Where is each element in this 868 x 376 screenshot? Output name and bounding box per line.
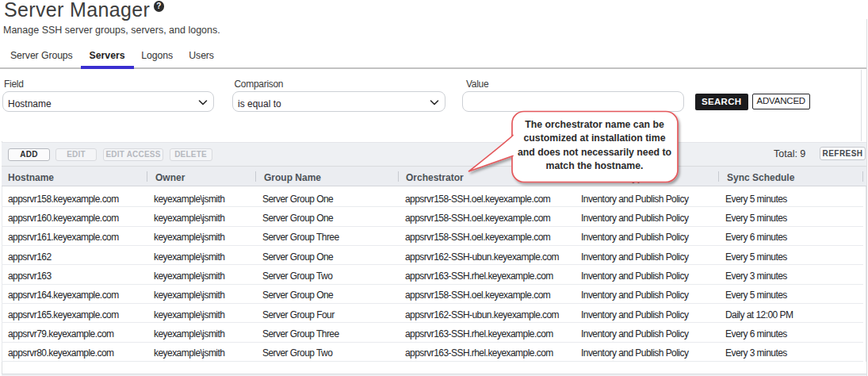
svg-text:and does not necessarily need: and does not necessarily need to — [518, 147, 672, 158]
svg-text:match the hostname.: match the hostname. — [546, 160, 644, 171]
svg-text:customized at installation tim: customized at installation time — [523, 132, 665, 144]
svg-text:The orchestrator name can be: The orchestrator name can be — [525, 119, 664, 130]
